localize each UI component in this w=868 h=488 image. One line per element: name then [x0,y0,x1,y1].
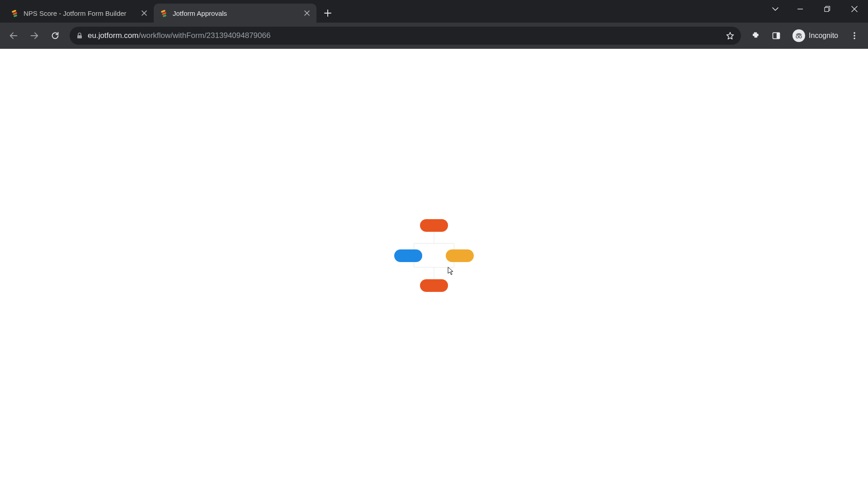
svg-rect-8 [77,35,82,38]
loader-pill-blue-icon [394,249,422,262]
forward-button[interactable] [25,27,43,45]
loader-pill-yellow-icon [446,249,474,262]
new-tab-button[interactable] [320,5,335,21]
window-controls [764,0,868,18]
loader-pill-orange-icon [420,279,448,292]
profile-incognito-button[interactable]: Incognito [788,28,843,44]
tab-title: NPS Score - Jotform Form Builder [24,9,136,17]
address-bar[interactable]: eu.jotform.com/workflow/withForm/2313940… [70,27,741,45]
svg-point-13 [854,32,855,34]
tab-nps-score[interactable]: NPS Score - Jotform Form Builder [5,4,154,23]
close-icon[interactable] [303,9,311,17]
loader-connector-line [434,230,434,244]
close-window-button[interactable] [841,0,868,18]
svg-point-12 [799,36,802,38]
maximize-button[interactable] [814,0,841,18]
extensions-button[interactable] [746,27,764,45]
svg-rect-7 [825,8,829,12]
tab-strip: NPS Score - Jotform Form Builder Jotform… [0,0,868,23]
svg-rect-10 [777,33,780,38]
browser-toolbar: eu.jotform.com/workflow/withForm/2313940… [0,23,868,49]
back-button[interactable] [5,27,23,45]
lock-icon[interactable] [76,32,83,39]
reload-button[interactable] [46,27,64,45]
jotform-favicon-icon [160,9,168,17]
close-icon[interactable] [140,9,148,17]
approvals-loading-spinner [398,219,470,291]
svg-point-15 [854,38,855,39]
url-path: /workflow/withForm/231394094879066 [138,31,270,40]
loader-connector-line [434,267,434,281]
tab-title: Jotform Approvals [173,9,298,17]
loader-pill-orange-icon [420,219,448,232]
svg-point-14 [854,35,855,37]
bookmark-star-icon[interactable] [726,31,735,40]
url-text: eu.jotform.com/workflow/withForm/2313940… [88,31,270,40]
tab-search-button[interactable] [764,0,787,18]
minimize-button[interactable] [787,0,814,18]
svg-point-11 [796,36,798,38]
incognito-label: Incognito [809,32,838,40]
tab-jotform-approvals[interactable]: Jotform Approvals [154,4,316,23]
side-panel-button[interactable] [767,27,785,45]
incognito-icon [793,29,805,42]
browser-chrome: NPS Score - Jotform Form Builder Jotform… [0,0,868,49]
url-host: eu.jotform.com [88,31,138,40]
menu-button[interactable] [845,27,863,45]
page-viewport [0,49,868,488]
jotform-favicon-icon [11,9,19,17]
